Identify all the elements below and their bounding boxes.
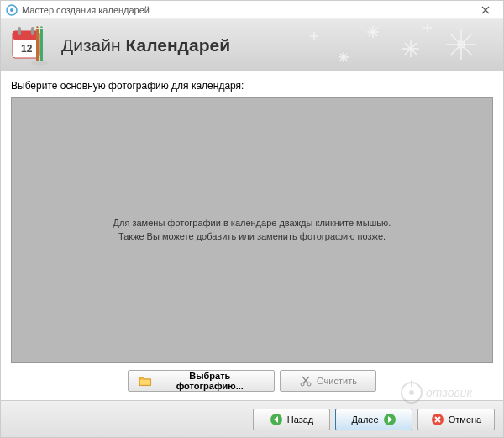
back-button[interactable]: Назад: [253, 409, 330, 430]
header-banner: 12 Дизайн Календарей: [1, 19, 503, 71]
select-photo-label: Выбрать фотографию...: [156, 371, 264, 391]
snowflake-decoration: [293, 19, 503, 71]
scissors-icon: [299, 374, 312, 388]
svg-rect-4: [31, 27, 34, 35]
cancel-icon: [431, 413, 444, 426]
close-button[interactable]: [473, 2, 498, 18]
photo-placeholder-text: Для замены фотографии в календаре дважды…: [113, 217, 391, 243]
svg-point-9: [31, 61, 48, 66]
arrow-right-icon: [383, 413, 396, 426]
next-label: Далее: [351, 414, 378, 425]
header-title: Дизайн Календарей: [61, 35, 230, 55]
app-small-icon: [6, 4, 18, 16]
folder-icon: [139, 374, 152, 388]
footer-nav: Назад Далее Отмена: [1, 400, 503, 437]
cancel-button[interactable]: Отмена: [417, 409, 495, 430]
svg-rect-7: [36, 29, 39, 61]
back-label: Назад: [287, 414, 314, 425]
header-title-bold: Календарей: [125, 35, 230, 55]
select-photo-button[interactable]: Выбрать фотографию...: [128, 370, 275, 392]
next-button[interactable]: Далее: [335, 409, 412, 430]
cancel-label: Отмена: [449, 414, 481, 425]
svg-rect-8: [40, 29, 43, 61]
clear-button[interactable]: Очистить: [280, 370, 376, 392]
svg-rect-3: [13, 31, 39, 40]
clear-label: Очистить: [317, 376, 357, 386]
titlebar: Мастер создания календарей: [1, 1, 503, 19]
instruction-text: Выберите основную фотографию для календа…: [11, 80, 493, 92]
app-logo-icon: 12: [11, 24, 53, 66]
placeholder-line1: Для замены фотографии в календаре дважды…: [113, 217, 391, 230]
svg-rect-5: [18, 27, 21, 35]
content-area: Выберите основную фотографию для календа…: [1, 71, 503, 400]
svg-rect-31: [140, 380, 150, 385]
photo-action-bar: Выбрать фотографию... Очистить: [11, 370, 493, 392]
photo-drop-area[interactable]: Для замены фотографии в календаре дважды…: [11, 97, 493, 363]
arrow-left-icon: [270, 413, 283, 426]
header-title-light: Дизайн: [61, 35, 125, 55]
svg-text:12: 12: [21, 43, 33, 55]
window-title: Мастер создания календарей: [22, 5, 473, 15]
svg-point-1: [10, 8, 13, 12]
placeholder-line2: Также Вы можете добавить или заменить фо…: [113, 230, 391, 243]
